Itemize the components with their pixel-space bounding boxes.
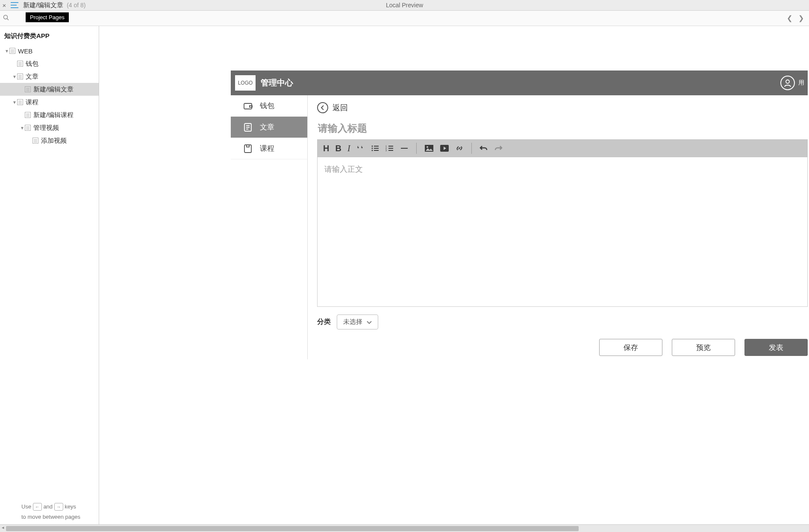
nav-next-icon[interactable]: ❯ bbox=[797, 14, 806, 22]
project-sidebar: 知识付费类APP ▼ WEB 钱包 ▼ 文章 新建/编辑文章 bbox=[0, 26, 99, 524]
page-tree: ▼ WEB 钱包 ▼ 文章 新建/编辑文章 ▼ 课 bbox=[0, 44, 99, 147]
tree-item-video-add[interactable]: 添加视频 bbox=[0, 134, 99, 147]
caret-down-icon[interactable]: ▼ bbox=[20, 126, 25, 130]
button-label: 预览 bbox=[696, 343, 711, 353]
category-value: 未选择 bbox=[343, 318, 362, 326]
tree-item-wallet[interactable]: 钱包 bbox=[0, 57, 99, 70]
mockup-content: 返回 请输入标题 H B I 123 bbox=[317, 95, 808, 359]
svg-rect-12 bbox=[244, 145, 251, 153]
wallet-icon bbox=[243, 101, 253, 111]
tree-label: 管理视频 bbox=[33, 124, 59, 132]
back-icon bbox=[317, 102, 328, 113]
chevron-down-icon bbox=[367, 318, 372, 326]
user-area[interactable]: 用 bbox=[780, 76, 804, 90]
tree-item-course-new[interactable]: 新建/编辑课程 bbox=[0, 109, 99, 121]
mockup-header: LOGO 管理中心 用 bbox=[231, 71, 808, 95]
svg-point-28 bbox=[427, 146, 428, 148]
pages-menu-icon[interactable] bbox=[9, 2, 21, 8]
bold-button[interactable]: B bbox=[335, 144, 341, 153]
editor-body[interactable]: 请输入正文 bbox=[317, 157, 808, 307]
subtoolbar: Project Pages ❮ ❯ bbox=[0, 11, 809, 26]
project-title: 知识付费类APP bbox=[0, 26, 99, 44]
page-icon bbox=[25, 125, 31, 131]
quote-button[interactable] bbox=[356, 145, 365, 152]
hint-text: to move between pages bbox=[21, 514, 80, 520]
tree-label: 文章 bbox=[26, 73, 38, 81]
save-button[interactable]: 保存 bbox=[599, 339, 662, 356]
svg-text:3: 3 bbox=[385, 149, 387, 152]
tree-item-video-manage[interactable]: ▼ 管理视频 bbox=[0, 121, 99, 134]
tree-label: 课程 bbox=[26, 98, 38, 106]
ul-button[interactable] bbox=[371, 145, 379, 152]
back-button[interactable]: 返回 bbox=[317, 95, 808, 119]
page-icon bbox=[17, 61, 23, 67]
category-select[interactable]: 未选择 bbox=[337, 314, 378, 329]
logo: LOGO bbox=[235, 75, 256, 91]
tree-item-course[interactable]: ▼ 课程 bbox=[0, 96, 99, 109]
sidenav-label: 课程 bbox=[260, 144, 274, 153]
svg-point-5 bbox=[786, 80, 789, 83]
image-button[interactable] bbox=[424, 144, 434, 152]
category-label: 分类 bbox=[317, 317, 331, 326]
heading-button[interactable]: H bbox=[323, 144, 329, 153]
sidebar-hint: Use ← and → keys to move between pages bbox=[0, 497, 99, 524]
hint-text: and bbox=[43, 503, 53, 510]
right-key-icon: → bbox=[54, 503, 63, 511]
separator bbox=[416, 143, 417, 154]
sidenav-item-course[interactable]: 课程 bbox=[231, 138, 307, 159]
course-icon bbox=[243, 144, 253, 154]
horizontal-scrollbar[interactable] bbox=[0, 524, 809, 532]
page-title: 新建/编辑文章 bbox=[23, 1, 63, 9]
page-icon bbox=[17, 73, 23, 79]
sidenav-item-wallet[interactable]: 钱包 bbox=[231, 95, 307, 117]
scroll-thumb[interactable] bbox=[6, 526, 579, 531]
tree-label: 钱包 bbox=[26, 60, 38, 68]
search-icon[interactable] bbox=[1, 15, 11, 22]
caret-down-icon[interactable]: ▼ bbox=[12, 100, 17, 105]
article-icon bbox=[243, 122, 253, 132]
close-icon[interactable]: × bbox=[0, 2, 9, 9]
svg-point-14 bbox=[371, 146, 373, 147]
page-icon bbox=[9, 48, 15, 54]
sidenav-label: 钱包 bbox=[260, 101, 274, 111]
tree-label: 新建/编辑文章 bbox=[33, 85, 74, 94]
tree-label: 添加视频 bbox=[41, 137, 67, 145]
undo-button[interactable] bbox=[480, 144, 488, 152]
publish-button[interactable]: 发表 bbox=[744, 339, 808, 356]
caret-down-icon[interactable]: ▼ bbox=[12, 74, 17, 79]
avatar-icon[interactable] bbox=[780, 76, 795, 90]
page-count: (4 of 8) bbox=[67, 2, 85, 9]
nav-prev-icon[interactable]: ❮ bbox=[785, 14, 794, 22]
page-icon bbox=[25, 86, 31, 92]
title-input[interactable]: 请输入标题 bbox=[317, 119, 808, 139]
button-label: 发表 bbox=[769, 343, 783, 353]
mockup-sidenav: 钱包 文章 课程 bbox=[231, 95, 308, 359]
username-partial: 用 bbox=[798, 79, 804, 87]
mockup-frame: LOGO 管理中心 用 钱包 bbox=[231, 71, 808, 359]
sidenav-item-article[interactable]: 文章 bbox=[231, 117, 307, 138]
video-button[interactable] bbox=[440, 144, 449, 152]
tooltip-project-pages: Project Pages bbox=[26, 12, 69, 22]
svg-rect-13 bbox=[247, 145, 249, 147]
hint-text: keys bbox=[65, 503, 76, 510]
tree-item-web[interactable]: ▼ WEB bbox=[0, 44, 99, 57]
page-icon bbox=[17, 99, 23, 105]
preview-canvas[interactable]: LOGO 管理中心 用 钱包 bbox=[99, 26, 809, 524]
redo-button[interactable] bbox=[494, 144, 503, 152]
left-key-icon: ← bbox=[33, 503, 42, 511]
hr-button[interactable] bbox=[400, 145, 409, 152]
italic-button[interactable]: I bbox=[347, 144, 350, 153]
button-label: 保存 bbox=[624, 343, 638, 353]
hint-text: Use bbox=[21, 503, 31, 510]
link-button[interactable] bbox=[455, 144, 464, 153]
app-toolbar: × 新建/编辑文章 (4 of 8) Local Preview bbox=[0, 0, 809, 11]
page-icon bbox=[32, 138, 38, 144]
separator bbox=[471, 143, 472, 154]
svg-rect-6 bbox=[244, 103, 252, 109]
tree-item-article[interactable]: ▼ 文章 bbox=[0, 70, 99, 83]
ol-button[interactable]: 123 bbox=[385, 145, 394, 152]
svg-point-16 bbox=[371, 148, 373, 149]
tree-item-article-new[interactable]: 新建/编辑文章 bbox=[0, 83, 99, 96]
preview-button[interactable]: 预览 bbox=[672, 339, 735, 356]
caret-down-icon[interactable]: ▼ bbox=[4, 49, 9, 53]
